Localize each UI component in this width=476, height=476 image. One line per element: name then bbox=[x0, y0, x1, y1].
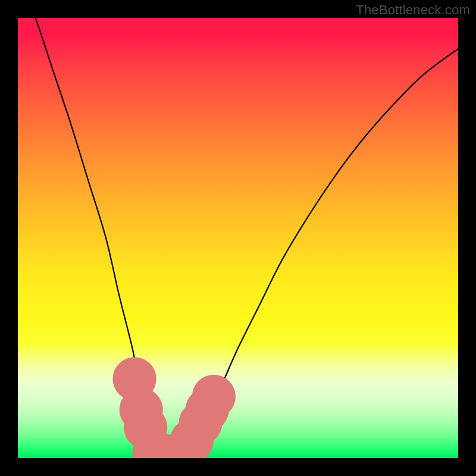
watermark-label: TheBottleneck.com bbox=[356, 2, 470, 18]
curve-layer bbox=[18, 18, 458, 458]
bottleneck-curve bbox=[18, 18, 458, 458]
highlight-markers bbox=[112, 357, 235, 458]
plot-area bbox=[18, 18, 458, 458]
chart-frame: TheBottleneck.com bbox=[0, 0, 476, 476]
highlight-marker bbox=[192, 375, 236, 418]
